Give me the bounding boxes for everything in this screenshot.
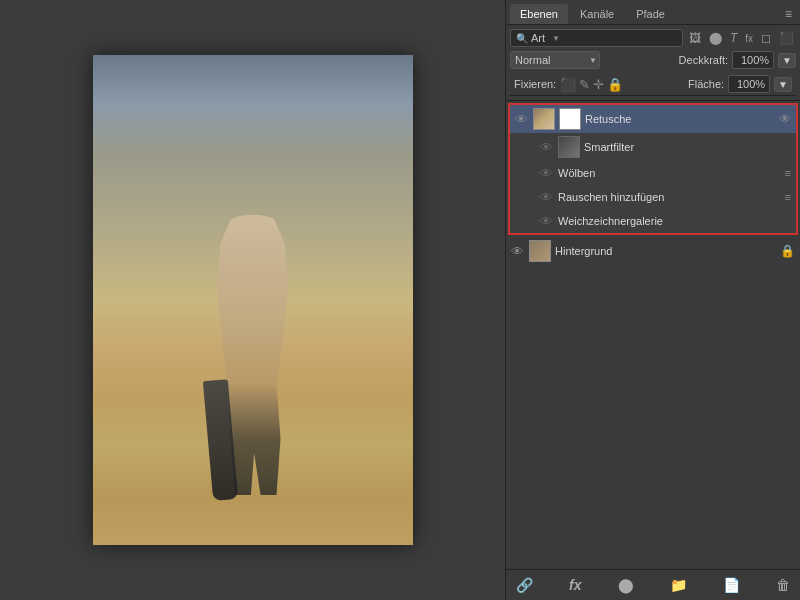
- layer-item-weichzeichner[interactable]: 👁 Weichzeichnergalerie: [510, 209, 796, 233]
- layer-thumb-retusche: [533, 108, 555, 130]
- layer-item-wolben[interactable]: 👁 Wölben ≡: [510, 161, 796, 185]
- layer-name-smartfilter: Smartfilter: [584, 141, 791, 153]
- blend-mode-select[interactable]: Normal: [510, 51, 600, 69]
- fx-button[interactable]: fx: [565, 575, 585, 595]
- blend-mode-wrap: Normal ▼: [510, 51, 600, 69]
- eye-icon-wolben[interactable]: 👁: [540, 166, 554, 181]
- fix-icon-lock[interactable]: 🔒: [607, 77, 623, 92]
- fill-chevron[interactable]: ▼: [774, 77, 792, 92]
- filter-icon-shape[interactable]: ◻: [759, 30, 773, 46]
- layer-group-retusche: 👁 Retusche 👁 👁 Smartfilter 👁 Wölben ≡ �: [508, 103, 798, 235]
- layer-item-retusche[interactable]: 👁 Retusche 👁: [510, 105, 796, 133]
- eye-icon-rauschen[interactable]: 👁: [540, 190, 554, 205]
- panel-tabs: Ebenen Kanäle Pfade ≡: [506, 0, 800, 25]
- fill-area: Fläche: 100% ▼: [688, 75, 792, 93]
- panel-menu-button[interactable]: ≡: [781, 5, 796, 23]
- mask-button[interactable]: ⬤: [614, 575, 638, 595]
- layer-controls: 🔍 Art ▼ 🖼 ⬤ T fx ◻ ⬛ Normal ▼ De: [506, 25, 800, 101]
- eye-icon-weichzeichner[interactable]: 👁: [540, 214, 554, 229]
- layer-name-wolben: Wölben: [558, 167, 781, 179]
- layer-name-rauschen: Rauschen hinzufügen: [558, 191, 781, 203]
- fix-label: Fixieren:: [514, 78, 556, 90]
- search-box[interactable]: 🔍 Art ▼: [510, 29, 683, 47]
- search-dropdown-arrow: ▼: [552, 34, 560, 43]
- fill-value[interactable]: 100%: [728, 75, 770, 93]
- layer-item-hintergrund[interactable]: 👁 Hintergrund 🔒: [506, 237, 800, 265]
- layer-thumb-hintergrund: [529, 240, 551, 262]
- fix-icon-check[interactable]: ⬛: [560, 77, 576, 92]
- opacity-label: Deckkraft:: [679, 54, 729, 66]
- search-icon: 🔍: [516, 33, 528, 44]
- group-button[interactable]: 📁: [666, 575, 691, 595]
- fix-row: Fixieren: ⬛ ✎ ✛ 🔒 Fläche: 100% ▼: [510, 73, 796, 96]
- fix-icon-move[interactable]: ✛: [593, 77, 604, 92]
- filter-icon-adjust[interactable]: ⬤: [707, 30, 724, 46]
- layer-item-rauschen[interactable]: 👁 Rauschen hinzufügen ≡: [510, 185, 796, 209]
- layers-list: 👁 Retusche 👁 👁 Smartfilter 👁 Wölben ≡ �: [506, 101, 800, 569]
- opacity-row: Deckkraft: 100% ▼: [679, 51, 796, 69]
- main-canvas: [93, 55, 413, 545]
- opacity-chevron[interactable]: ▼: [778, 53, 796, 68]
- canvas-area: [0, 0, 505, 600]
- filter-icons: 🖼 ⬤ T fx ◻ ⬛: [687, 30, 796, 46]
- link-button[interactable]: 🔗: [512, 575, 537, 595]
- hintergrund-lock-icon: 🔒: [780, 244, 795, 258]
- filter-icon-toggle[interactable]: ⬛: [777, 30, 796, 46]
- tab-ebenen[interactable]: Ebenen: [510, 4, 568, 24]
- opacity-value[interactable]: 100%: [732, 51, 774, 69]
- filter-type-label: Art: [531, 32, 545, 44]
- layer-name-retusche: Retusche: [585, 113, 775, 125]
- layer-item-smartfilter[interactable]: 👁 Smartfilter: [510, 133, 796, 161]
- fill-label: Fläche:: [688, 78, 724, 90]
- delete-button[interactable]: 🗑: [772, 575, 794, 595]
- fix-icon-pen[interactable]: ✎: [579, 77, 590, 92]
- wolben-options-icon[interactable]: ≡: [785, 167, 791, 179]
- layer-name-weichzeichner: Weichzeichnergalerie: [558, 215, 791, 227]
- tab-kanaele[interactable]: Kanäle: [570, 4, 624, 24]
- blend-opacity-row: Normal ▼ Deckkraft: 100% ▼: [510, 51, 796, 69]
- layer-mask-retusche: [559, 108, 581, 130]
- layers-panel: Ebenen Kanäle Pfade ≡ 🔍 Art ▼ 🖼 ⬤ T fx ◻…: [505, 0, 800, 600]
- filter-icon-image[interactable]: 🖼: [687, 30, 703, 46]
- layer-name-hintergrund: Hintergrund: [555, 245, 776, 257]
- filter-icon-text[interactable]: T: [728, 30, 739, 46]
- filter-icon-fx[interactable]: fx: [743, 32, 755, 45]
- panel-bottom-toolbar: 🔗 fx ⬤ 📁 📄 🗑: [506, 569, 800, 600]
- rauschen-options-icon[interactable]: ≡: [785, 191, 791, 203]
- layer-thumb-smartfilter: [558, 136, 580, 158]
- fix-icons-group: ⬛ ✎ ✛ 🔒: [560, 77, 623, 92]
- filter-type-row: 🔍 Art ▼ 🖼 ⬤ T fx ◻ ⬛: [510, 29, 796, 47]
- tab-pfade[interactable]: Pfade: [626, 4, 675, 24]
- layer-visibility-retusche[interactable]: 👁: [779, 112, 791, 126]
- new-layer-button[interactable]: 📄: [719, 575, 744, 595]
- eye-icon-hintergrund[interactable]: 👁: [511, 244, 525, 259]
- eye-icon-smartfilter[interactable]: 👁: [540, 140, 554, 155]
- eye-icon-retusche[interactable]: 👁: [515, 112, 529, 127]
